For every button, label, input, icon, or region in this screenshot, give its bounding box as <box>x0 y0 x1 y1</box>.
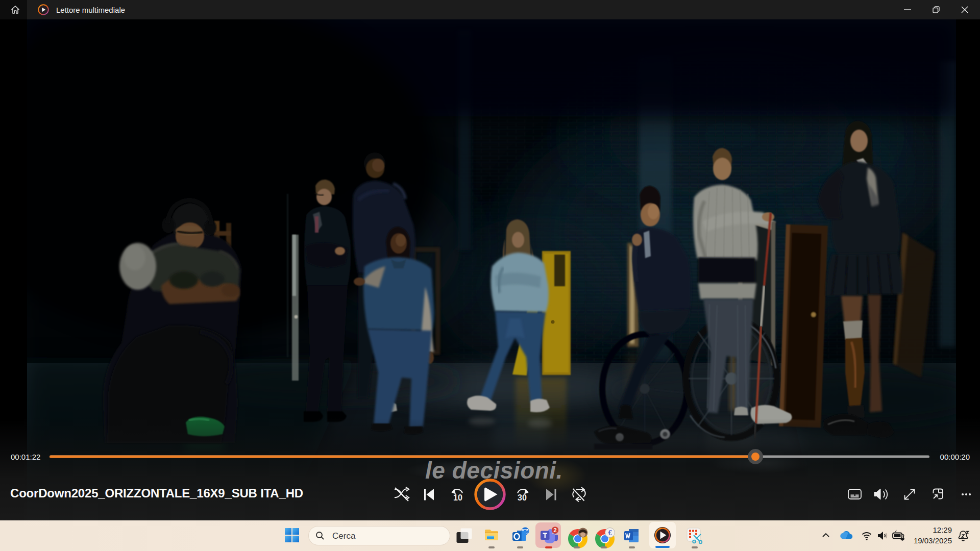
svg-text:€: € <box>608 529 612 537</box>
svg-text:10: 10 <box>453 493 462 502</box>
svg-text:2: 2 <box>553 527 556 533</box>
svg-text:30: 30 <box>518 493 527 502</box>
